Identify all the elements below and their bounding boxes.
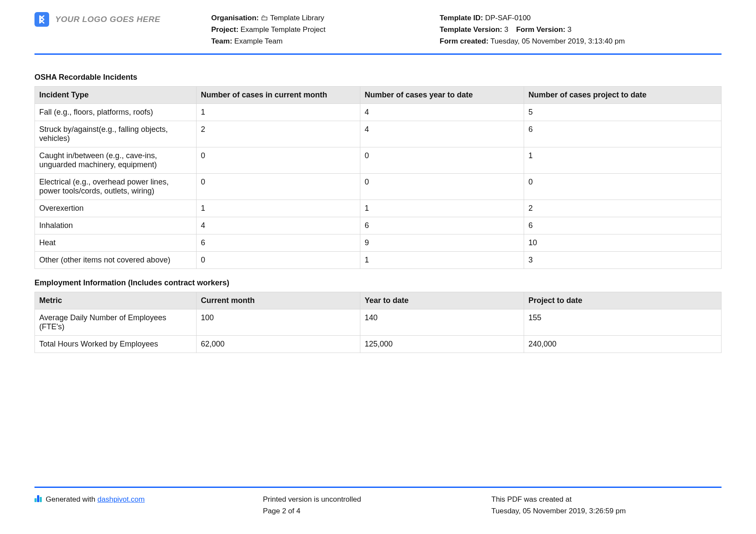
- document-header: YOUR LOGO GOES HERE Organisation: 🗀 Temp…: [34, 12, 722, 53]
- table-cell: 10: [524, 234, 722, 251]
- table-cell: Struck by/against(e.g., falling objects,…: [35, 121, 197, 147]
- header-divider: [34, 53, 722, 55]
- column-header: Number of cases in current month: [197, 86, 360, 103]
- project-value: Example Template Project: [241, 25, 325, 34]
- template-version-value: 3: [504, 25, 508, 34]
- employment-title: Employment Information (Includes contrac…: [34, 278, 722, 287]
- table-cell: 4: [197, 217, 360, 234]
- table-cell: Other (other items not covered above): [35, 251, 197, 269]
- table-cell: 5: [524, 103, 722, 121]
- form-version-value: 3: [567, 25, 571, 34]
- form-created-value: Tuesday, 05 November 2019, 3:13:40 pm: [490, 37, 625, 45]
- table-cell: 2: [524, 200, 722, 217]
- logo-placeholder-text: YOUR LOGO GOES HERE: [55, 15, 160, 24]
- table-cell: 1: [197, 200, 360, 217]
- project-label: Project:: [211, 25, 238, 34]
- table-cell: 9: [360, 234, 524, 251]
- pdf-created-label: This PDF was created at: [491, 494, 722, 505]
- employment-table: MetricCurrent monthYear to dateProject t…: [34, 292, 722, 353]
- dashpivot-icon: [34, 495, 42, 502]
- table-cell: 0: [197, 173, 360, 200]
- document-footer: Generated with dashpivot.com Printed ver…: [34, 487, 722, 517]
- table-cell: 1: [524, 147, 722, 173]
- column-header: Year to date: [360, 292, 524, 309]
- table-cell: Heat: [35, 234, 197, 251]
- uncontrolled-text: Printed version is uncontrolled: [263, 494, 491, 505]
- form-created-label: Form created:: [440, 37, 488, 45]
- table-cell: 125,000: [360, 335, 524, 353]
- header-meta-right: Template ID: DP-SAF-0100 Template Versio…: [440, 12, 722, 47]
- table-row: Average Daily Number of Employees (FTE's…: [35, 309, 722, 335]
- table-row: Struck by/against(e.g., falling objects,…: [35, 121, 722, 147]
- table-cell: 62,000: [197, 335, 360, 353]
- org-label: Organisation:: [211, 14, 259, 22]
- table-row: Total Hours Worked by Employees62,000125…: [35, 335, 722, 353]
- table-cell: Average Daily Number of Employees (FTE's…: [35, 309, 197, 335]
- pdf-created-value: Tuesday, 05 November 2019, 3:26:59 pm: [491, 506, 722, 517]
- column-header: Incident Type: [35, 86, 197, 103]
- column-header: Number of cases project to date: [524, 86, 722, 103]
- header-meta-left: Organisation: 🗀 Template Library Project…: [211, 12, 427, 47]
- page-number: Page 2 of 4: [263, 506, 491, 517]
- table-cell: 4: [360, 121, 524, 147]
- table-cell: 6: [360, 217, 524, 234]
- form-version-label: Form Version:: [516, 25, 565, 34]
- team-value: Example Team: [234, 37, 283, 45]
- table-cell: 3: [524, 251, 722, 269]
- table-cell: Overexertion: [35, 200, 197, 217]
- table-cell: 6: [524, 217, 722, 234]
- incidents-table: Incident TypeNumber of cases in current …: [34, 86, 722, 269]
- table-cell: 140: [360, 309, 524, 335]
- template-id-label: Template ID:: [440, 14, 483, 22]
- org-value: 🗀 Template Library: [261, 14, 324, 22]
- table-cell: 0: [360, 147, 524, 173]
- table-cell: Inhalation: [35, 217, 197, 234]
- table-cell: 6: [197, 234, 360, 251]
- table-cell: Electrical (e.g., overhead power lines, …: [35, 173, 197, 200]
- footer-divider: [34, 487, 722, 488]
- table-cell: 2: [197, 121, 360, 147]
- table-row: Overexertion112: [35, 200, 722, 217]
- table-cell: 0: [360, 173, 524, 200]
- table-cell: Caught in/between (e.g., cave-ins, ungua…: [35, 147, 197, 173]
- table-row: Heat6910: [35, 234, 722, 251]
- table-cell: 1: [360, 251, 524, 269]
- dashpivot-link[interactable]: dashpivot.com: [97, 495, 145, 503]
- table-cell: 6: [524, 121, 722, 147]
- table-cell: 4: [360, 103, 524, 121]
- template-id-value: DP-SAF-0100: [485, 14, 531, 22]
- incidents-title: OSHA Recordable Incidents: [34, 73, 722, 82]
- table-cell: Total Hours Worked by Employees: [35, 335, 197, 353]
- logo-block: YOUR LOGO GOES HERE: [34, 12, 198, 27]
- table-cell: 1: [360, 200, 524, 217]
- table-row: Inhalation466: [35, 217, 722, 234]
- table-cell: 100: [197, 309, 360, 335]
- table-cell: 0: [197, 251, 360, 269]
- logo-icon: [34, 12, 49, 27]
- table-cell: 155: [524, 309, 722, 335]
- table-cell: 1: [197, 103, 360, 121]
- template-version-label: Template Version:: [440, 25, 502, 34]
- table-cell: 240,000: [524, 335, 722, 353]
- generated-with-text: Generated with: [46, 495, 97, 503]
- table-row: Other (other items not covered above)013: [35, 251, 722, 269]
- table-row: Electrical (e.g., overhead power lines, …: [35, 173, 722, 200]
- table-cell: Fall (e.g., floors, platforms, roofs): [35, 103, 197, 121]
- table-cell: 0: [197, 147, 360, 173]
- column-header: Number of cases year to date: [360, 86, 524, 103]
- team-label: Team:: [211, 37, 232, 45]
- column-header: Current month: [197, 292, 360, 309]
- column-header: Project to date: [524, 292, 722, 309]
- table-row: Fall (e.g., floors, platforms, roofs)145: [35, 103, 722, 121]
- table-row: Caught in/between (e.g., cave-ins, ungua…: [35, 147, 722, 173]
- column-header: Metric: [35, 292, 197, 309]
- table-cell: 0: [524, 173, 722, 200]
